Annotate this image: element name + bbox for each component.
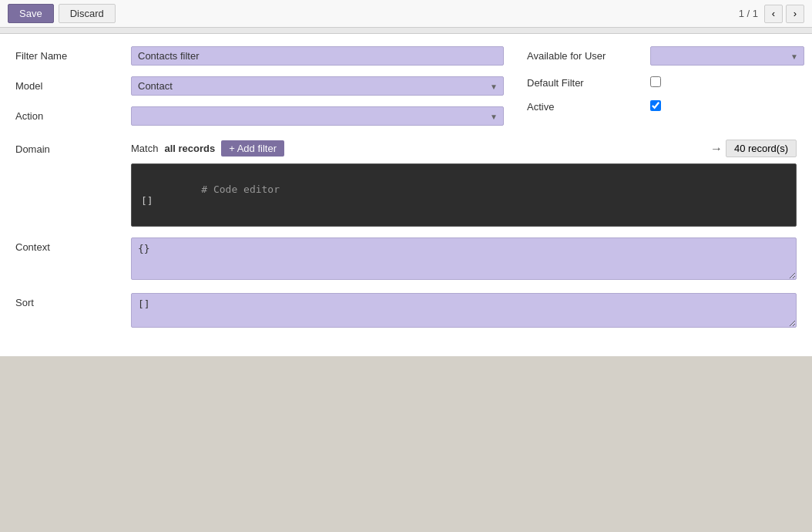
available-for-user-field [650, 46, 804, 66]
chevron-right-icon: › [794, 8, 797, 19]
default-filter-field [650, 76, 797, 89]
available-for-user-label: Available for User [527, 50, 650, 62]
filter-name-row: Filter Name [15, 46, 504, 66]
context-textarea[interactable] [131, 237, 797, 280]
main-form: Filter Name Model Contact A [15, 46, 797, 136]
active-label: Active [527, 101, 650, 113]
code-editor-comment: # Code editor [201, 184, 280, 195]
code-editor-value: [] [141, 195, 153, 207]
model-select[interactable]: Contact [131, 76, 504, 96]
model-field: Contact [131, 76, 504, 96]
page-wrapper: Save Discard 1 / 1 ‹ › Filter Name [0, 0, 812, 532]
default-filter-label: Default Filter [527, 77, 650, 89]
divider [0, 28, 812, 34]
sort-row: Sort [15, 293, 797, 330]
domain-field: Match all records + Add filter → 40 reco… [131, 140, 797, 227]
prev-page-button[interactable]: ‹ [764, 5, 783, 23]
sort-textarea[interactable] [131, 293, 797, 328]
code-editor[interactable]: # Code editor [] [131, 163, 797, 227]
toolbar-right: 1 / 1 ‹ › [739, 5, 804, 23]
right-panel: Available for User Default Filter [504, 46, 797, 136]
action-row: Action [15, 106, 504, 126]
records-count-button[interactable]: 40 record(s) [726, 140, 797, 157]
toolbar: Save Discard 1 / 1 ‹ › [0, 0, 812, 28]
toolbar-left: Save Discard [8, 4, 116, 23]
available-for-user-select[interactable] [650, 46, 804, 66]
sort-field [131, 293, 797, 330]
domain-label: Domain [15, 140, 131, 155]
context-label: Context [15, 237, 131, 253]
context-row: Context [15, 237, 797, 282]
add-filter-button[interactable]: + Add filter [221, 140, 284, 157]
sort-label: Sort [15, 293, 131, 308]
action-field [131, 106, 504, 126]
match-text: Match [131, 143, 158, 154]
match-all-text: all records [164, 143, 215, 154]
form-area: Filter Name Model Contact A [0, 34, 812, 356]
filter-name-input[interactable] [131, 46, 504, 66]
filter-name-label: Filter Name [15, 46, 131, 62]
discard-button[interactable]: Discard [59, 4, 116, 23]
available-for-user-row: Available for User [527, 46, 797, 66]
domain-header: Match all records + Add filter → 40 reco… [131, 140, 797, 157]
filter-name-field [131, 46, 504, 66]
arrow-right-icon: → [710, 142, 723, 156]
save-button[interactable]: Save [8, 4, 54, 23]
context-field [131, 237, 797, 282]
active-field [650, 100, 797, 113]
chevron-left-icon: ‹ [772, 8, 775, 19]
action-select[interactable] [131, 106, 504, 126]
left-panel: Filter Name Model Contact A [15, 46, 504, 136]
domain-header-left: Match all records + Add filter [131, 140, 284, 157]
next-page-button[interactable]: › [786, 5, 804, 23]
model-row: Model Contact [15, 76, 504, 96]
default-filter-row: Default Filter [527, 76, 797, 89]
model-label: Model [15, 76, 131, 92]
active-row: Active [527, 100, 797, 113]
active-checkbox[interactable] [650, 100, 661, 111]
domain-row: Domain Match all records + Add filter → … [15, 140, 797, 227]
action-label: Action [15, 106, 131, 122]
default-filter-checkbox[interactable] [650, 76, 661, 87]
records-area: → 40 record(s) [710, 140, 797, 157]
pagination-text: 1 / 1 [739, 8, 758, 19]
